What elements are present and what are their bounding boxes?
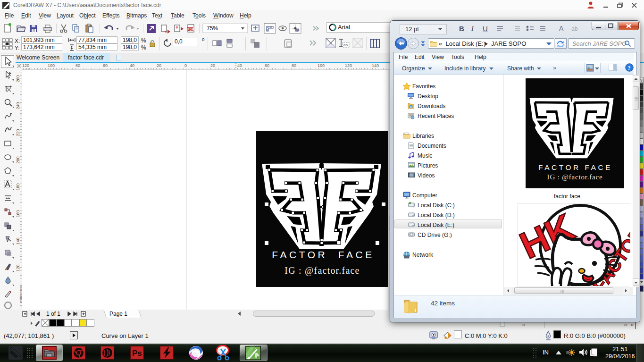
svg-text:ab: ab (343, 43, 348, 47)
svg-text:ab: ab (571, 25, 578, 32)
svg-text:?: ? (628, 65, 631, 71)
svg-text:60: 60 (103, 63, 108, 68)
svg-text:»: » (630, 321, 634, 328)
svg-text:»: » (624, 321, 627, 328)
svg-text:80: 80 (75, 63, 80, 68)
svg-text:40: 40 (130, 63, 134, 68)
svg-text:20: 20 (157, 63, 161, 68)
svg-text:100: 100 (48, 63, 55, 68)
svg-text:40: 40 (237, 63, 242, 68)
svg-text:Ps: Ps (132, 349, 142, 358)
svg-text:20: 20 (210, 63, 215, 68)
svg-text:120: 120 (22, 63, 29, 68)
svg-text:0: 0 (184, 63, 187, 68)
svg-text:140: 140 (372, 63, 379, 68)
svg-text:100: 100 (318, 63, 325, 68)
svg-text:⃗A: ⃗A (559, 25, 564, 32)
svg-text:»: » (522, 321, 525, 328)
svg-text:PDF: PDF (187, 28, 194, 31)
svg-text:60: 60 (265, 63, 269, 68)
svg-text:80: 80 (292, 63, 296, 68)
svg-text:120: 120 (345, 63, 352, 68)
svg-text:1 of 1: 1 of 1 (46, 311, 60, 317)
svg-text:75%: 75% (207, 25, 218, 32)
